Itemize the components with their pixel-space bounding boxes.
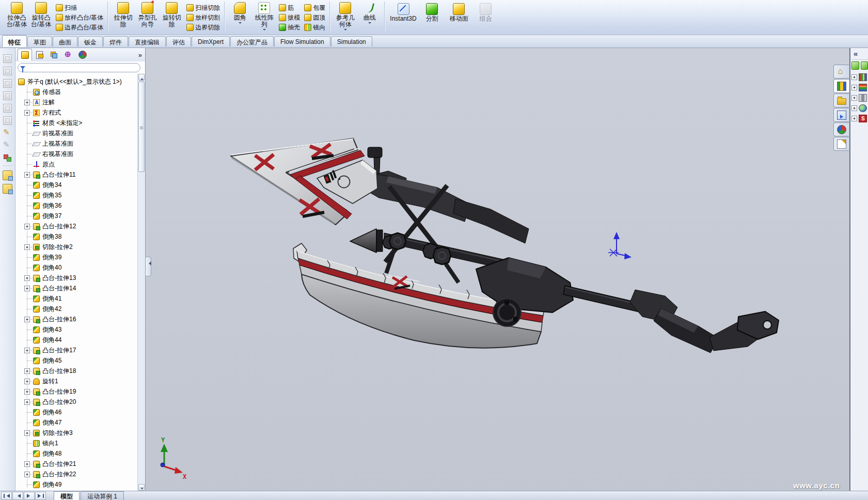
ribbon-button[interactable]: 拉伸凸台/基体 [5,1,29,28]
tab-ribbon[interactable]: 办公室产品 [230,36,274,46]
expand-toggle-icon[interactable] [851,116,857,121]
ribbon-button[interactable]: 线性阵列 [252,1,276,32]
reorder-icon[interactable] [3,153,12,162]
feature-tree-item[interactable]: 倒角43 [15,324,137,335]
tab-ribbon[interactable]: Simulation [331,36,372,46]
design-library-node[interactable] [851,113,867,123]
tab-ribbon[interactable]: 直接编辑 [129,36,166,46]
tab-model[interactable]: 模型 [54,491,80,500]
scroll-thumb[interactable] [138,82,145,172]
refresh-library-icon[interactable] [861,61,868,70]
ribbon-button[interactable]: 参考几何体 [333,1,357,32]
feature-tree-item[interactable]: 镜向1 [15,438,137,448]
expand-toggle-icon[interactable] [24,461,30,467]
ribbon-button[interactable]: 拉伸切除 [111,1,135,28]
feature-tree-item[interactable]: 凸台-拉伸18 [15,366,137,376]
expand-toggle-icon[interactable] [24,399,30,405]
dropdown-caret-icon[interactable] [344,29,347,32]
feature-tree-item[interactable]: 凸台-拉伸13 [15,273,137,283]
design-library-tab[interactable] [833,79,849,93]
expand-toggle-icon[interactable] [24,430,30,436]
expand-toggle-icon[interactable] [24,389,30,395]
ribbon-button[interactable]: 分割 [419,1,446,22]
feature-tree-item[interactable]: 凸台-拉伸17 [15,345,137,355]
propertymanager-tab[interactable] [32,49,46,61]
design-library-node[interactable] [851,72,867,82]
expand-toggle-icon[interactable] [24,244,30,250]
feature-tree-item[interactable]: 倒角42 [15,304,137,314]
tab-ribbon[interactable]: 评估 [166,36,191,46]
expand-toggle-icon[interactable] [851,85,857,90]
configuration-tab[interactable] [46,49,61,61]
ribbon-button[interactable]: 放样凸台/基体 [54,12,105,22]
ribbon-button[interactable]: Instant3D [388,1,418,22]
ribbon-button[interactable]: 移动面 [446,1,472,22]
feature-tree-item[interactable]: 凸台-拉伸14 [15,283,137,293]
feature-tree-item[interactable]: 倒角38 [15,231,137,242]
expand-toggle-icon[interactable] [851,95,857,101]
tab-features[interactable]: 特征 [2,35,27,47]
expand-toggle-icon[interactable] [24,348,30,353]
feature-tree-item[interactable]: 倒角35 [15,190,137,200]
scroll-up-icon[interactable] [138,74,145,81]
add-sketch-icon[interactable] [3,141,12,150]
expand-toggle-icon[interactable] [24,275,30,281]
dropdown-caret-icon[interactable] [239,22,242,25]
tab-ribbon[interactable]: 钣金 [78,36,103,46]
feature-tree-item[interactable]: 倒角37 [15,211,137,221]
design-library-node[interactable] [851,103,867,113]
feature-tree-root[interactable]: 斧子q (默认<<默认>_显示状态 1>) [15,76,137,87]
ribbon-button[interactable]: 边界凸台/基体 [54,22,105,32]
display-pane-tab[interactable] [75,49,90,61]
wireframe-cube-icon[interactable] [3,116,12,125]
panel-collapse-handle[interactable] [146,257,151,276]
feature-tree-item[interactable]: 倒角44 [15,335,137,345]
feature-tree-item[interactable]: 上视基准面 [15,138,137,149]
wireframe-cube-icon[interactable] [3,79,12,88]
expand-toggle-icon[interactable] [24,224,30,229]
feature-tree-item[interactable]: 倒角39 [15,252,137,262]
scroll-down-icon[interactable] [138,484,145,491]
feature-tree-item[interactable]: 方程式 [15,107,137,118]
expand-toggle-icon[interactable] [24,286,30,291]
dimxpert-tab[interactable] [61,49,75,61]
feature-tree-item[interactable]: 传感器 [15,87,137,97]
expand-toggle-icon[interactable] [24,110,30,116]
design-library-node[interactable] [851,82,867,92]
feature-tree-item[interactable]: 倒角46 [15,407,137,417]
feature-tree-item[interactable]: 材质 <未指定> [15,118,137,128]
ribbon-button[interactable]: 拔模 [277,12,302,22]
tab-motion-study[interactable]: 运动算例 1 [81,491,124,500]
feature-tree-item[interactable]: 凸台-拉伸20 [15,397,137,407]
ribbon-button[interactable]: 边界切除 [185,22,222,32]
filter-input[interactable] [25,64,140,72]
wireframe-cube-icon[interactable] [3,54,12,63]
file-explorer-tab[interactable] [833,93,849,107]
expand-toggle-icon[interactable] [24,100,30,105]
feature-tree-item[interactable]: 原点 [15,159,137,169]
tab-ribbon[interactable]: Flow Simulation [274,36,330,46]
feature-tree-item[interactable]: 倒角34 [15,180,137,190]
view-palette-tab[interactable] [833,108,849,122]
expand-toggle-icon[interactable] [24,317,30,322]
dropdown-caret-icon[interactable] [263,29,266,32]
appearances-tab[interactable] [833,122,849,136]
graphics-viewport[interactable]: Y X www.ayc.cn [146,48,849,491]
wireframe-cube-icon[interactable] [3,104,12,113]
ribbon-button[interactable]: 放样切割 [185,12,222,22]
design-library-node[interactable] [851,92,867,103]
boss-window-icon[interactable] [3,170,12,180]
expand-toggle-icon[interactable] [24,368,30,374]
feature-tree-item[interactable]: 凸台-拉伸19 [15,386,137,397]
sketch-icon[interactable] [3,129,12,137]
feature-tree-item[interactable]: 凸台-拉伸21 [15,459,137,469]
feature-tree-item[interactable]: 倒角41 [15,293,137,304]
feature-tree-item[interactable]: 凸台-拉伸16 [15,314,137,324]
feature-tree-scrollbar[interactable] [137,74,145,491]
scroll-prev-icon[interactable] [12,492,23,500]
expand-toggle-icon[interactable] [24,379,30,384]
feature-tree-item[interactable]: 倒角49 [15,479,137,490]
custom-properties-tab[interactable] [833,137,849,151]
wireframe-cube-icon[interactable] [3,67,12,75]
feature-tree-item[interactable]: 注解 [15,97,137,107]
